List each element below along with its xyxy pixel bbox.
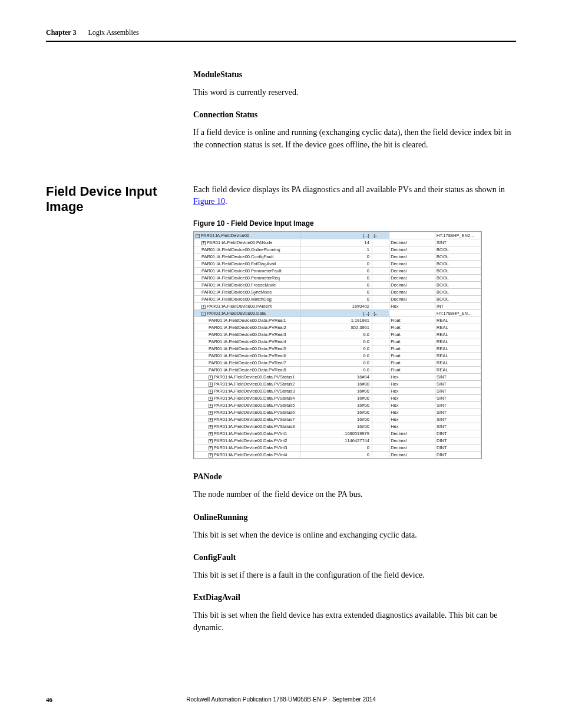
table-row: PAR01:IA.FieldDevice00.WatchDog0DecimalB… [194, 296, 481, 303]
heading-module-status: ModuleStatus [193, 70, 516, 80]
tree-expand-icon[interactable]: + [209, 439, 213, 443]
table-row: +PAR01:IA.FieldDevice00.Data.PVStatus316… [194, 388, 481, 395]
tag-fmt [372, 437, 389, 444]
tree-expand-icon[interactable]: + [209, 404, 213, 408]
tree-expand-icon[interactable]: - [196, 234, 200, 238]
tag-type: REAL [435, 324, 481, 331]
tag-name: PAR01:IA.FieldDevice00.PANode [207, 240, 272, 245]
tag-style: Decimal [389, 275, 435, 282]
heading-ext-diag-avail: ExtDiagAvail [193, 593, 516, 602]
tag-name: PAR01:IA.FieldDevice00.Data.PVReal4 [209, 339, 286, 344]
tag-style: Hex [389, 381, 435, 388]
tag-style: Decimal [389, 289, 435, 296]
table-row: +PAR01:IA.FieldDevice00.Data.PVInt1-1080… [194, 430, 481, 437]
tag-name: PAR01:IA.FieldDevice00.ParameterFault [201, 268, 282, 274]
tag-name: PAR01:IA.FieldDevice00.Data.PVReal1 [209, 318, 286, 323]
table-row: +PAR01:IA.FieldDevice00.Data.PVStatus716… [194, 416, 481, 423]
tag-style: Decimal [389, 246, 435, 253]
tree-expand-icon[interactable]: + [209, 425, 213, 429]
tree-expand-icon[interactable]: + [201, 241, 206, 245]
tag-style: Hex [389, 395, 435, 402]
tag-name: PAR01:IA.FieldDevice00.Data.PVReal6 [209, 353, 286, 358]
para-config-fault: This bit is set if there is a fault in t… [193, 569, 516, 581]
tree-expand-icon[interactable]: + [209, 390, 213, 394]
tag-value: 0 [300, 282, 372, 289]
table-row: -PAR01:IA.FieldDevice00{...}{..HT:1788HP… [194, 232, 481, 239]
tag-name: PAR01:IA.FieldDevice00.ExtDiagAvail [201, 261, 276, 266]
tag-style: Decimal [389, 282, 435, 289]
tree-expand-icon[interactable]: + [209, 453, 213, 457]
tag-fmt [372, 289, 389, 296]
tag-fmt [372, 452, 389, 459]
tag-type: SINT [435, 423, 481, 430]
tree-expand-icon[interactable]: + [209, 397, 213, 401]
tag-fmt [372, 282, 389, 289]
tag-style: Decimal [389, 253, 435, 261]
table-row: PAR01:IA.FieldDevice00.Data.PVReal50.0Fl… [194, 345, 481, 353]
tag-style: Decimal [389, 268, 435, 275]
tag-type: INT [435, 303, 481, 310]
tag-fmt [372, 296, 389, 303]
tag-fmt [372, 239, 389, 246]
tag-fmt [372, 253, 389, 261]
tag-fmt [372, 444, 389, 452]
table-row: PAR01:IA.FieldDevice00.Data.PVReal1-1.19… [194, 317, 481, 324]
tag-value: 852.3961 [300, 324, 372, 331]
tag-value: 14 [300, 239, 372, 246]
tag-fmt [372, 345, 389, 353]
tag-name: PAR01:IA.FieldDevice00.Data.PVInt2 [214, 438, 287, 443]
tag-style: Float [389, 345, 435, 353]
tag-type: BOOL [435, 275, 481, 282]
tag-type: SINT [435, 416, 481, 423]
tag-value: 0 [300, 452, 372, 459]
publication-line: Rockwell Automation Publication 1788-UM0… [46, 696, 516, 703]
table-row: PAR01:IA.FieldDevice00.Data.PVReal70.0Fl… [194, 360, 481, 367]
tag-fmt [372, 388, 389, 395]
tree-expand-icon[interactable]: + [209, 446, 213, 450]
tag-name: PAR01:IA.FieldDevice00.WatchDog [201, 297, 272, 302]
table-row: PAR01:IA.FieldDevice00.ParameterReq0Deci… [194, 275, 481, 282]
tag-fmt: {.. [372, 310, 389, 317]
tree-expand-icon[interactable]: + [209, 375, 213, 380]
sidebar-title-field-device: Field Device Input Image [46, 184, 193, 215]
tag-style: Hex [389, 423, 435, 430]
tag-name: PAR01:IA.FieldDevice00.FreezeMode [201, 282, 276, 288]
tag-value: 1 [300, 246, 372, 253]
table-row: PAR01:IA.FieldDevice00.Data.PVReal40.0Fl… [194, 338, 481, 345]
tag-type: REAL [435, 353, 481, 360]
tag-style: Decimal [389, 437, 435, 444]
tag-name: PAR01:IA.FieldDevice00.PAIdent [207, 304, 272, 309]
tag-fmt [372, 367, 389, 374]
table-row: PAR01:IA.FieldDevice00.ParameterFault0De… [194, 268, 481, 275]
tag-fmt [372, 381, 389, 388]
tag-value: {...} [300, 232, 372, 239]
tag-type: SINT [435, 409, 481, 416]
figure-10-link[interactable]: Figure 10 [193, 197, 225, 206]
tag-fmt [372, 246, 389, 253]
tag-style: Float [389, 331, 435, 338]
tree-expand-icon[interactable]: - [201, 312, 206, 316]
table-row: +PAR01:IA.FieldDevice00.Data.PVStatus516… [194, 402, 481, 409]
para-connection-status: If a field device is online and running … [193, 127, 516, 151]
table-row: +PAR01:IA.FieldDevice00.Data.PVInt30Deci… [194, 444, 481, 452]
tag-style: Float [389, 324, 435, 331]
figure-10-table: -PAR01:IA.FieldDevice00{...}{..HT:1788HP… [193, 231, 482, 459]
tree-expand-icon[interactable]: + [209, 418, 213, 422]
tag-style: Decimal [389, 296, 435, 303]
tag-name: PAR01:IA.FieldDevice00.Data.PVStatus8 [214, 424, 295, 429]
figure-10-caption: Figure 10 - Field Device Input Image [193, 219, 516, 228]
tag-style: Hex [389, 303, 435, 310]
tag-style: Decimal [389, 444, 435, 452]
tag-value: 1146427744 [300, 437, 372, 444]
tag-name: PAR01:IA.FieldDevice00.SyncMode [201, 289, 272, 295]
tree-expand-icon[interactable]: + [201, 305, 206, 309]
tree-expand-icon[interactable]: + [209, 383, 213, 387]
tag-style [389, 310, 435, 317]
table-row: PAR01:IA.FieldDevice00.ExtDiagAvail0Deci… [194, 261, 481, 268]
tag-value: 16#00 [300, 395, 372, 402]
tag-style: Hex [389, 388, 435, 395]
table-row: +PAR01:IA.FieldDevice00.PAIdent16#04d2He… [194, 303, 481, 310]
tag-style: Hex [389, 402, 435, 409]
tree-expand-icon[interactable]: + [209, 411, 213, 415]
tree-expand-icon[interactable]: + [209, 432, 213, 436]
